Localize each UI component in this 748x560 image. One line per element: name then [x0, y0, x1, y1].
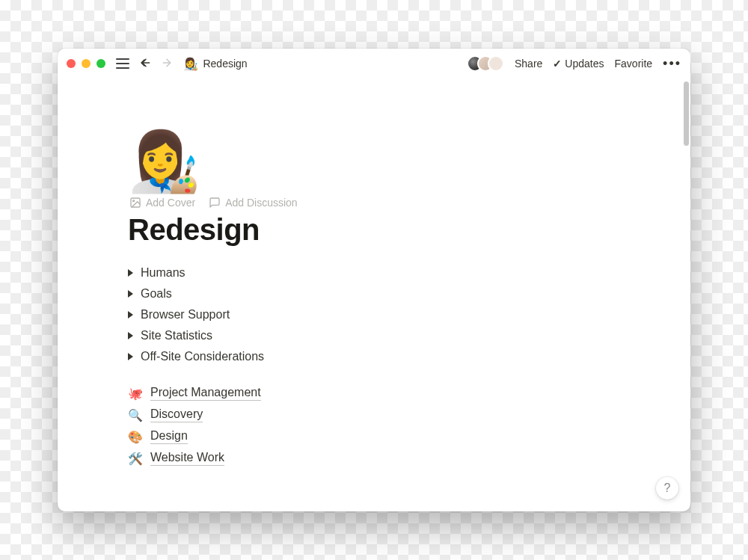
- page-link[interactable]: 🎨 Design: [128, 429, 596, 444]
- add-discussion-button[interactable]: Add Discussion: [209, 197, 298, 209]
- updates-label: Updates: [565, 58, 604, 70]
- chat-icon: [209, 197, 221, 209]
- window-controls: [67, 59, 105, 68]
- toggle-item[interactable]: Browser Support: [128, 308, 596, 321]
- svg-point-4: [133, 200, 135, 202]
- page: 👩‍🎨 Add Cover Add Discussion Redesign Hu…: [58, 79, 596, 496]
- favorite-button[interactable]: Favorite: [615, 58, 653, 70]
- avatar[interactable]: [488, 55, 504, 72]
- image-icon: [129, 197, 141, 209]
- link-label: Design: [150, 429, 188, 444]
- forward-button[interactable]: [159, 55, 174, 73]
- toggle-item[interactable]: Site Statistics: [128, 329, 596, 342]
- close-window-button[interactable]: [67, 59, 76, 68]
- sidebar-toggle-icon[interactable]: [116, 58, 129, 69]
- caret-right-icon: [128, 332, 133, 339]
- toggle-label: Off-Site Considerations: [141, 350, 264, 363]
- link-label: Project Management: [150, 386, 261, 401]
- toggle-item[interactable]: Humans: [128, 266, 596, 280]
- content-area: 👩‍🎨 Add Cover Add Discussion Redesign Hu…: [58, 79, 690, 511]
- add-cover-button[interactable]: Add Cover: [129, 197, 195, 209]
- page-link[interactable]: 🛠️ Website Work: [128, 451, 596, 466]
- add-cover-label: Add Cover: [146, 197, 195, 209]
- toggle-list: Humans Goals Browser Support Site Statis…: [128, 266, 596, 363]
- zoom-window-button[interactable]: [96, 59, 105, 68]
- link-emoji-icon: 🎨: [128, 430, 143, 444]
- link-emoji-icon: 🐙: [128, 387, 143, 401]
- toggle-label: Site Statistics: [141, 329, 212, 342]
- link-label: Website Work: [150, 451, 224, 466]
- top-actions: Share ✓ Updates Favorite •••: [515, 57, 681, 70]
- page-title[interactable]: Redesign: [128, 213, 596, 247]
- top-bar: 👩‍🎨 Redesign Share ✓ Updates Favorite ••…: [58, 49, 690, 79]
- breadcrumb-title: Redesign: [203, 58, 247, 70]
- link-label: Discovery: [150, 407, 203, 422]
- app-window: 👩‍🎨 Redesign Share ✓ Updates Favorite ••…: [58, 49, 690, 511]
- toggle-label: Browser Support: [141, 308, 230, 321]
- link-emoji-icon: 🔍: [128, 408, 143, 422]
- caret-right-icon: [128, 353, 133, 360]
- toggle-label: Humans: [141, 266, 186, 280]
- caret-right-icon: [128, 311, 133, 319]
- caret-right-icon: [128, 290, 133, 298]
- share-button[interactable]: Share: [515, 58, 542, 70]
- updates-button[interactable]: ✓ Updates: [553, 58, 604, 70]
- scrollbar[interactable]: [684, 81, 689, 146]
- toggle-item[interactable]: Goals: [128, 287, 596, 301]
- page-controls: Add Cover Add Discussion: [129, 197, 596, 209]
- toggle-item[interactable]: Off-Site Considerations: [128, 350, 596, 363]
- minimize-window-button[interactable]: [82, 59, 91, 68]
- page-links: 🐙 Project Management 🔍 Discovery 🎨 Desig…: [128, 386, 596, 466]
- toggle-label: Goals: [141, 287, 172, 301]
- add-discussion-label: Add Discussion: [225, 197, 298, 209]
- caret-right-icon: [128, 269, 133, 277]
- back-button[interactable]: [135, 55, 153, 73]
- breadcrumb-icon: 👩‍🎨: [183, 57, 198, 71]
- checkmark-icon: ✓: [553, 58, 562, 70]
- link-emoji-icon: 🛠️: [128, 452, 143, 466]
- page-icon[interactable]: 👩‍🎨: [128, 132, 200, 191]
- help-button[interactable]: ?: [656, 477, 678, 499]
- breadcrumb[interactable]: 👩‍🎨 Redesign: [180, 55, 250, 73]
- page-link[interactable]: 🐙 Project Management: [128, 386, 596, 401]
- collaborator-avatars[interactable]: [467, 55, 504, 72]
- more-menu-button[interactable]: •••: [663, 57, 681, 70]
- page-link[interactable]: 🔍 Discovery: [128, 407, 596, 422]
